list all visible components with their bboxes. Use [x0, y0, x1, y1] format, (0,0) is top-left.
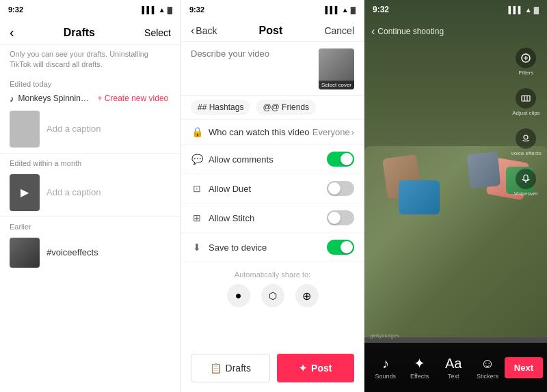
- share-instagram-button[interactable]: ⬡: [261, 284, 284, 307]
- camera-battery-icon: ▓: [534, 6, 539, 14]
- tags-row: # # Hashtags @ @ Friends: [181, 95, 364, 120]
- sounds-button[interactable]: ♪ Sounds: [369, 356, 403, 380]
- drafts-select-button[interactable]: Select: [144, 27, 171, 38]
- video-thumbnail-small[interactable]: Select cover: [319, 48, 354, 89]
- filters-label: Filters: [519, 70, 534, 76]
- hashtags-pill[interactable]: # # Hashtags: [191, 100, 250, 115]
- effects-icon: ✦: [414, 355, 425, 372]
- post-star-icon: ✦: [299, 363, 307, 374]
- status-bar-drafts: 9:32 ▌▌▌ ▲ ▓: [0, 0, 181, 19]
- song-row: ♪ Monkeys Spinning Monkeys... + Create n…: [0, 91, 181, 107]
- status-bar-post: 9:32 ▌▌▌ ▲ ▓: [181, 0, 364, 19]
- toggle-knob-duet: [328, 182, 341, 195]
- voiceover-icon: [516, 169, 536, 189]
- stickers-button[interactable]: ☺ Stickers: [470, 356, 505, 380]
- draft-thumb-img: [10, 238, 40, 268]
- camera-panel: 9:32 ▌▌▌ ▲ ▓ ‹ Continue shooting Filters…: [364, 0, 547, 392]
- voiceover-tool[interactable]: Voiceover: [514, 169, 538, 197]
- section-edited-today: Edited today: [0, 76, 181, 91]
- allow-duet-label: Allow Duet: [209, 184, 251, 194]
- friends-label: @ Friends: [271, 102, 310, 112]
- divider-2: [0, 216, 181, 217]
- auto-share-section: Automatically share to: ● ⬡ ⊕: [181, 262, 364, 311]
- allow-duet-left: ⊡ Allow Duet: [191, 183, 251, 194]
- watermark: gettyimages: [370, 333, 399, 339]
- video-description-input[interactable]: [191, 48, 312, 69]
- save-device-toggle[interactable]: [327, 240, 354, 255]
- status-icons-post: ▌▌▌ ▲ ▓: [325, 6, 356, 14]
- at-icon: @: [263, 102, 271, 112]
- share-other-button[interactable]: ⊕: [295, 284, 319, 307]
- filters-icon: [516, 48, 536, 68]
- adjust-clips-label: Adjust clips: [512, 110, 539, 116]
- text-button[interactable]: Aa Text: [436, 356, 470, 380]
- lock-icon: 🔒: [191, 126, 203, 137]
- comment-icon: 💬: [191, 154, 203, 165]
- share-circle-button[interactable]: ●: [227, 284, 250, 307]
- who-watch-label: Who can watch this video: [209, 127, 309, 137]
- camera-status-icons: ▌▌▌ ▲ ▓: [509, 6, 539, 14]
- section-edited-month: Edited within a month: [0, 155, 181, 170]
- camera-right-tools: Filters Adjust clips Voice effects Voice…: [511, 48, 542, 197]
- voice-effects-tool[interactable]: Voice effects: [511, 128, 542, 156]
- adjust-clips-icon: [516, 88, 536, 109]
- allow-comments-label: Allow comments: [209, 154, 274, 165]
- duet-icon: ⊡: [191, 183, 203, 194]
- who-watch-value: Everyone ›: [312, 127, 354, 137]
- post-back-button[interactable]: ‹ Back: [191, 25, 217, 37]
- select-cover-badge[interactable]: Select cover: [319, 81, 354, 89]
- post-button[interactable]: ✦ Post: [277, 354, 355, 382]
- save-device-row: ⬇ Save to device: [181, 233, 364, 262]
- allow-stitch-row: ⊞ Allow Stitch: [181, 204, 364, 233]
- create-new-video-button[interactable]: + Create new video: [98, 94, 169, 103]
- toggle-knob-save: [341, 241, 353, 253]
- wifi-icon-post: ▲: [342, 6, 349, 14]
- drafts-calendar-icon: 📋: [210, 363, 222, 374]
- drafts-footer-button[interactable]: 📋 Drafts: [191, 354, 270, 382]
- drafts-subtitle: Only you can see your drafts. Uninstalli…: [0, 45, 181, 76]
- svg-point-4: [524, 135, 528, 139]
- hashtags-label: # Hashtags: [202, 102, 244, 112]
- draft-item-month[interactable]: ▶ Add a caption: [0, 170, 181, 215]
- status-time-post: 9:32: [189, 5, 204, 14]
- post-panel: 9:32 ▌▌▌ ▲ ▓ ‹ Back Post Cancel ← Select…: [181, 0, 364, 392]
- post-header: ‹ Back Post Cancel: [181, 19, 364, 42]
- sounds-icon: ♪: [382, 356, 389, 372]
- allow-stitch-toggle[interactable]: [327, 210, 354, 225]
- section-earlier: Earlier: [0, 219, 181, 234]
- allow-stitch-left: ⊞ Allow Stitch: [191, 212, 254, 223]
- who-watch-row[interactable]: 🔒 Who can watch this video Everyone ›: [181, 120, 364, 145]
- share-icons-row: ● ⬡ ⊕: [191, 284, 354, 307]
- music-note-icon: ♪: [10, 94, 14, 104]
- post-content-area: Select cover # # Hashtags @ @ Friends 🔒 …: [181, 42, 364, 347]
- allow-duet-toggle[interactable]: [327, 181, 354, 196]
- hashtag-icon: #: [198, 102, 202, 112]
- effects-label: Effects: [410, 373, 429, 380]
- download-icon: ⬇: [191, 242, 203, 253]
- camera-next-button[interactable]: Next: [505, 357, 543, 378]
- divider-1: [0, 153, 181, 154]
- voice-effects-icon: [516, 128, 536, 149]
- draft-item-today[interactable]: Add a caption: [0, 107, 181, 152]
- camera-signal-icon: ▌▌▌: [509, 6, 523, 14]
- stitch-icon: ⊞: [191, 212, 203, 223]
- friends-pill[interactable]: @ @ Friends: [256, 100, 316, 115]
- post-cancel-button[interactable]: Cancel: [324, 25, 354, 36]
- camera-bottom-bar: ♪ Sounds ✦ Effects Aa Text ☺ Stickers Ne…: [364, 343, 547, 392]
- signal-icon-post: ▌▌▌: [325, 6, 340, 14]
- battery-icon: ▓: [168, 6, 172, 14]
- effects-button[interactable]: ✦ Effects: [403, 355, 437, 380]
- drafts-back-button[interactable]: ‹: [10, 25, 14, 40]
- battery-icon-post: ▓: [351, 6, 356, 14]
- save-device-left: ⬇ Save to device: [191, 242, 267, 253]
- pillow-2: [467, 152, 501, 188]
- draft-thumb-earlier: [10, 238, 40, 268]
- draft-item-earlier[interactable]: #voiceeffects: [0, 234, 181, 272]
- continue-shooting-button[interactable]: ‹ Continue shooting: [371, 25, 444, 38]
- allow-comments-toggle[interactable]: [327, 152, 354, 167]
- post-label: Post: [311, 363, 332, 374]
- adjust-clips-tool[interactable]: Adjust clips: [512, 88, 539, 116]
- filters-tool[interactable]: Filters: [516, 48, 536, 76]
- play-icon-month: ▶: [21, 186, 29, 199]
- drafts-header: ‹ Drafts Select: [0, 19, 181, 45]
